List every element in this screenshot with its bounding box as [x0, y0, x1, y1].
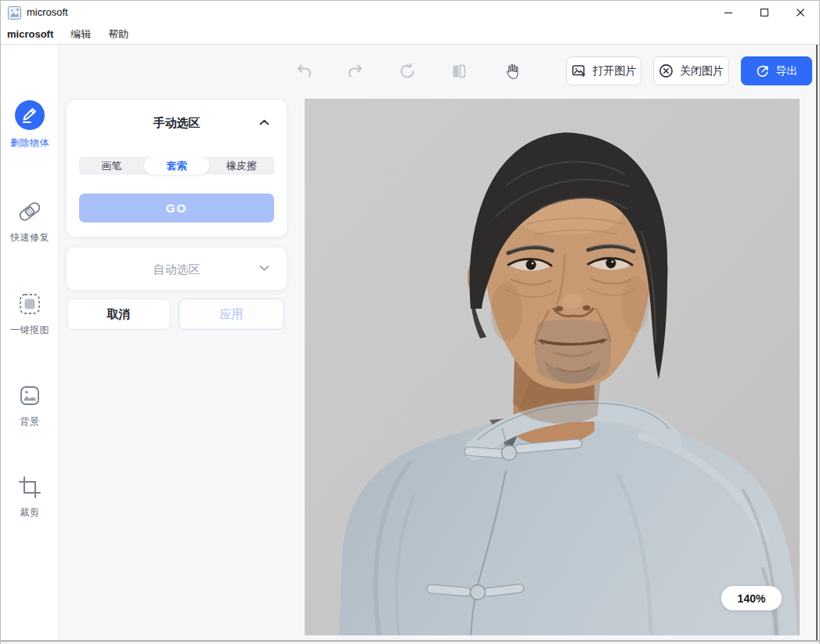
tab-eraser[interactable]: 橡皮擦 — [209, 157, 274, 175]
tab-brush[interactable]: 画笔 — [79, 157, 144, 175]
collapse-chevron-up-icon[interactable] — [259, 119, 269, 126]
menu-microsoft[interactable]: microsoft — [1, 24, 62, 44]
expand-chevron-down-icon[interactable] — [259, 265, 269, 272]
export-icon — [756, 64, 770, 78]
cutout-icon — [16, 291, 43, 317]
quick-repair-icon — [16, 198, 43, 225]
canvas-toolbar — [295, 63, 519, 80]
menu-help[interactable]: 帮助 — [99, 24, 137, 44]
app-window: microsoft microsoft 编辑 帮助 — [0, 0, 820, 644]
portrait-photo — [305, 99, 800, 635]
sidebar-item-label: 删除物体 — [1, 136, 59, 150]
close-image-button[interactable]: 关闭图片 — [653, 56, 729, 85]
close-icon — [796, 8, 805, 17]
open-image-button[interactable]: 打开图片 — [566, 56, 641, 85]
reset-rotate-icon[interactable] — [399, 63, 416, 80]
sidebar-item-background[interactable]: 背景 — [1, 382, 59, 429]
maximize-icon — [760, 8, 769, 17]
maximize-button[interactable] — [746, 1, 782, 24]
close-image-icon — [659, 63, 674, 78]
export-label: 导出 — [776, 64, 798, 78]
auto-selection-title: 自动选区 — [67, 262, 287, 277]
sidebar-item-delete-object[interactable]: 删除物体 — [1, 100, 59, 150]
zoom-level-badge[interactable]: 140% — [721, 586, 782, 610]
minimize-button[interactable] — [710, 1, 746, 24]
auto-selection-panel[interactable]: 自动选区 — [67, 248, 287, 290]
app-logo-icon — [8, 6, 21, 20]
zoom-level-value: 140% — [738, 592, 766, 605]
canvas-image[interactable] — [305, 99, 800, 635]
hand-pan-icon[interactable] — [502, 63, 519, 80]
menu-edit[interactable]: 编辑 — [62, 24, 99, 44]
background-icon — [16, 382, 43, 409]
menu-bar: microsoft 编辑 帮助 — [1, 24, 819, 45]
close-button[interactable] — [782, 1, 818, 24]
delete-object-icon — [15, 100, 45, 130]
window-controls — [710, 1, 818, 24]
sidebar-item-quick-repair[interactable]: 快速修复 — [1, 198, 59, 244]
tab-lasso[interactable]: 套索 — [144, 157, 209, 175]
apply-button[interactable]: 应用 — [179, 298, 284, 330]
export-button[interactable]: 导出 — [741, 56, 812, 85]
crop-icon — [17, 475, 42, 500]
close-image-label: 关闭图片 — [680, 64, 724, 78]
open-image-icon — [572, 63, 587, 78]
title-bar: microsoft — [1, 1, 819, 24]
sidebar-item-crop[interactable]: 裁剪 — [1, 475, 59, 519]
minimize-icon — [724, 8, 733, 17]
manual-selection-panel: 手动选区 画笔 套索 橡皮擦 GO — [67, 100, 287, 237]
window-right-edge — [816, 45, 818, 640]
go-button[interactable]: GO — [79, 194, 274, 223]
sidebar-item-label: 背景 — [1, 415, 59, 429]
sidebar-item-label: 一键抠图 — [1, 324, 59, 337]
sidebar-item-one-click-cutout[interactable]: 一键抠图 — [1, 291, 59, 337]
window-bottom-edge — [1, 640, 819, 644]
window-title: microsoft — [27, 6, 68, 18]
selection-mode-tabs: 画笔 套索 橡皮擦 — [79, 157, 274, 175]
open-image-label: 打开图片 — [593, 64, 637, 78]
cancel-button[interactable]: 取消 — [67, 298, 171, 330]
sidebar-item-label: 裁剪 — [1, 506, 59, 519]
redo-icon[interactable] — [347, 63, 364, 80]
undo-icon[interactable] — [295, 63, 312, 80]
manual-selection-title: 手动选区 — [67, 116, 287, 131]
compare-icon[interactable] — [450, 63, 468, 80]
sidebar-item-label: 快速修复 — [1, 231, 59, 244]
tool-sidebar: 删除物体 快速修复 一键抠图 — [1, 45, 59, 640]
